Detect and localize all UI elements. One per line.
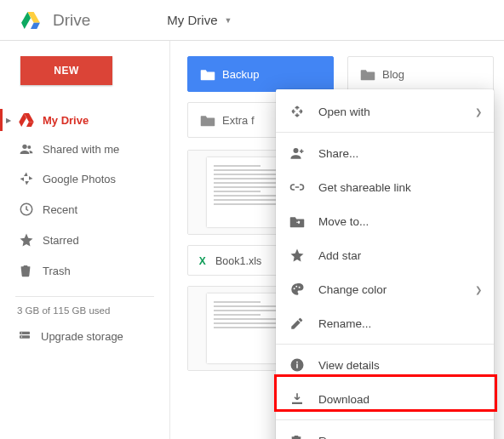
drive-logo — [14, 12, 48, 29]
menu-label: Get shareable link — [318, 181, 411, 194]
expand-icon: ▶ — [6, 117, 11, 124]
menu-label: Remove — [318, 435, 361, 440]
svg-rect-22 — [292, 402, 302, 404]
menu-label: Change color — [318, 283, 387, 296]
chevron-right-icon: ❯ — [475, 107, 482, 117]
breadcrumb-label: My Drive — [167, 13, 217, 27]
storage-text: 3 GB of 115 GB used — [0, 305, 169, 322]
star-icon — [19, 232, 43, 248]
svg-marker-1 — [31, 22, 40, 28]
sidebar-item-starred[interactable]: Starred — [0, 225, 169, 255]
menu-download[interactable]: Download — [276, 382, 494, 416]
svg-point-17 — [295, 286, 297, 288]
menu-label: View details — [318, 359, 380, 372]
sidebar-item-recent[interactable]: Recent — [0, 194, 169, 225]
menu-label: Add star — [318, 249, 361, 262]
svg-point-15 — [294, 148, 299, 153]
sidebar-item-trash[interactable]: Trash — [0, 255, 169, 286]
menu-label: Move to... — [318, 215, 369, 228]
trash-icon — [289, 433, 318, 439]
info-icon — [289, 357, 318, 373]
folder-icon — [200, 68, 222, 81]
storage-icon — [17, 329, 41, 343]
breadcrumb[interactable]: My Drive ▼ — [167, 13, 232, 27]
svg-point-11 — [21, 333, 22, 334]
sidebar-item-label: Trash — [43, 265, 71, 277]
download-icon — [289, 391, 318, 407]
menu-label: Download — [318, 393, 369, 406]
folder-name: Extra f — [222, 114, 255, 127]
people-icon — [19, 142, 43, 156]
folder-icon — [360, 68, 382, 81]
link-icon — [289, 180, 318, 195]
new-button[interactable]: NEW — [20, 56, 112, 85]
photos-icon — [19, 171, 43, 186]
rename-icon — [289, 316, 318, 331]
menu-label: Open with — [318, 105, 370, 118]
menu-rename[interactable]: Rename... — [276, 306, 494, 340]
menu-add-star[interactable]: Add star — [276, 238, 494, 272]
svg-point-6 — [22, 145, 26, 149]
folder-icon — [200, 114, 222, 127]
person-add-icon — [289, 145, 318, 161]
sidebar: NEW ▶ My Drive Shared with me Google Pho — [0, 41, 170, 439]
my-drive-icon — [19, 113, 43, 127]
menu-label: Share... — [318, 147, 358, 160]
open-with-icon — [289, 104, 318, 119]
sidebar-item-label: Recent — [43, 203, 77, 216]
menu-change-color[interactable]: Change color ❯ — [276, 272, 494, 306]
svg-text:X: X — [199, 255, 206, 267]
sidebar-item-my-drive[interactable]: ▶ My Drive — [0, 105, 169, 134]
folder-name: Backup — [222, 68, 259, 81]
menu-view-details[interactable]: View details — [276, 348, 494, 382]
menu-remove[interactable]: Remove — [276, 424, 494, 439]
svg-point-12 — [21, 336, 22, 337]
menu-separator — [276, 419, 494, 420]
svg-rect-20 — [296, 364, 298, 368]
folder-tile-backup[interactable]: Backup — [187, 56, 334, 92]
menu-separator — [276, 344, 494, 345]
folder-tile-blog[interactable]: Blog — [347, 56, 494, 92]
svg-point-18 — [299, 287, 301, 288]
palette-icon — [289, 282, 318, 297]
menu-label: Rename... — [318, 317, 371, 330]
divider — [15, 296, 154, 297]
sidebar-item-shared[interactable]: Shared with me — [0, 134, 169, 163]
svg-marker-4 — [26, 122, 34, 127]
chevron-right-icon: ❯ — [475, 285, 482, 294]
move-to-icon — [289, 215, 318, 228]
app-header: Drive My Drive ▼ — [0, 0, 504, 41]
chevron-down-icon: ▼ — [225, 16, 232, 25]
upgrade-storage[interactable]: Upgrade storage — [0, 322, 169, 350]
nav-list: ▶ My Drive Shared with me Google Photos — [0, 105, 169, 286]
brand-title: Drive — [53, 11, 90, 30]
menu-share[interactable]: Share... — [276, 136, 494, 170]
sidebar-item-label: Starred — [43, 234, 79, 247]
context-menu: Open with ❯ Share... Get shareable link … — [276, 89, 494, 439]
menu-separator — [276, 132, 494, 133]
clock-icon — [19, 202, 43, 217]
svg-point-21 — [296, 362, 298, 363]
menu-open-with[interactable]: Open with ❯ — [276, 94, 494, 128]
drive-logo-icon — [21, 12, 40, 29]
sidebar-item-label: Google Photos — [43, 173, 116, 185]
svg-point-7 — [27, 145, 31, 149]
sidebar-item-label: Shared with me — [43, 143, 119, 156]
sidebar-item-label: My Drive — [43, 114, 89, 127]
svg-point-16 — [294, 288, 295, 289]
folder-name: Blog — [382, 68, 404, 81]
file-name: Book1.xls — [215, 255, 261, 267]
upgrade-label: Upgrade storage — [41, 330, 123, 343]
menu-move-to[interactable]: Move to... — [276, 204, 494, 238]
sidebar-item-photos[interactable]: Google Photos — [0, 163, 169, 194]
menu-get-link[interactable]: Get shareable link — [276, 170, 494, 204]
excel-icon: X — [197, 254, 215, 268]
star-icon — [289, 248, 318, 263]
trash-icon — [19, 263, 43, 278]
